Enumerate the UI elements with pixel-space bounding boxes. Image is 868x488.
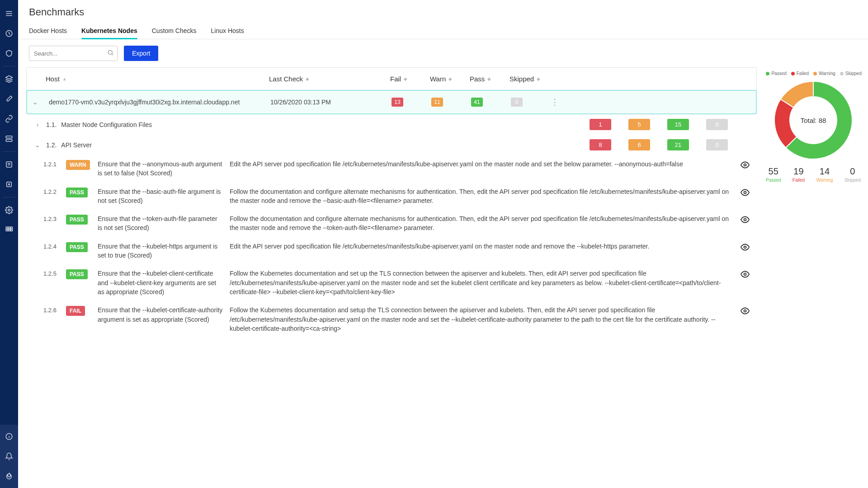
stat-warning: 14 bbox=[816, 166, 833, 177]
gear-icon[interactable] bbox=[0, 200, 18, 220]
eye-icon[interactable] bbox=[741, 242, 753, 253]
svg-marker-4 bbox=[6, 76, 13, 80]
col-last-check[interactable]: Last Check ◆ bbox=[264, 68, 385, 90]
chevron-down-icon[interactable]: ⌄ bbox=[33, 141, 42, 149]
eye-icon[interactable] bbox=[741, 214, 753, 225]
status-badge: PASS bbox=[66, 215, 88, 225]
info-icon[interactable] bbox=[0, 427, 18, 446]
col-host[interactable]: Host ▲ bbox=[27, 68, 264, 90]
svg-rect-16 bbox=[6, 230, 8, 231]
svg-line-23 bbox=[112, 54, 113, 55]
skip-badge: 0 bbox=[511, 98, 523, 107]
svg-point-29 bbox=[744, 310, 746, 312]
group-label: Master Node Configuration Files bbox=[61, 121, 152, 128]
svg-rect-18 bbox=[11, 230, 13, 231]
box-icon[interactable] bbox=[0, 174, 18, 194]
check-row: 1.2.1WARNEnsure that the --anonymous-aut… bbox=[26, 155, 757, 183]
tab-custom-checks[interactable]: Custom Checks bbox=[152, 23, 197, 39]
eye-icon[interactable] bbox=[741, 187, 753, 198]
check-description: Follow the documentation and configure a… bbox=[230, 214, 734, 233]
svg-point-27 bbox=[744, 246, 746, 248]
svg-rect-10 bbox=[7, 182, 12, 187]
check-title: Ensure that the --basic-auth-file argume… bbox=[98, 187, 223, 206]
stat-passed: 55 bbox=[766, 166, 781, 177]
chevron-down-icon[interactable]: ⌄ bbox=[27, 92, 43, 112]
menu-icon[interactable] bbox=[0, 4, 18, 23]
svg-rect-5 bbox=[6, 136, 12, 138]
svg-rect-17 bbox=[9, 230, 10, 231]
svg-point-12 bbox=[8, 209, 10, 211]
legend: Passed Failed Warning Skipped bbox=[765, 71, 862, 76]
check-description: Follow the documentation and configure a… bbox=[230, 187, 734, 206]
check-title: Ensure that the --token-auth-file parame… bbox=[98, 214, 223, 233]
svg-point-22 bbox=[108, 51, 113, 55]
check-row: 1.2.2PASSEnsure that the --basic-auth-fi… bbox=[26, 183, 757, 210]
group-row[interactable]: › 1.1. Master Node Configuration Files 1… bbox=[26, 114, 757, 135]
flame-icon[interactable] bbox=[0, 466, 18, 486]
more-icon[interactable]: ⋮ bbox=[545, 91, 564, 113]
check-description: Edit the API server pod specification fi… bbox=[230, 242, 734, 251]
export-button[interactable]: Export bbox=[124, 46, 158, 61]
svg-point-25 bbox=[744, 191, 746, 193]
check-row: 1.2.3PASSEnsure that the --token-auth-fi… bbox=[26, 210, 757, 237]
svg-rect-14 bbox=[9, 227, 10, 229]
search-input[interactable] bbox=[29, 46, 118, 61]
check-id: 1.2.1 bbox=[43, 160, 60, 168]
svg-point-24 bbox=[744, 164, 746, 166]
status-badge: PASS bbox=[66, 269, 88, 279]
group-id: 1.2. bbox=[46, 141, 57, 149]
link-icon[interactable] bbox=[0, 109, 18, 129]
tab-kubernetes-nodes[interactable]: Kubernetes Nodes bbox=[81, 23, 137, 39]
svg-rect-6 bbox=[6, 140, 12, 142]
server-icon[interactable] bbox=[0, 129, 18, 149]
host-row[interactable]: ⌄ demo1770-vm0.v3u2yrqxlvju3gjffmut30i2x… bbox=[26, 90, 757, 114]
bell-icon[interactable] bbox=[0, 446, 18, 466]
host-name: demo1770-vm0.v3u2yrqxlvju3gjffmut30i2xg.… bbox=[43, 92, 265, 112]
status-badge: WARN bbox=[66, 160, 90, 170]
last-check: 10/26/2020 03:13 PM bbox=[265, 92, 386, 112]
svg-point-11 bbox=[9, 184, 10, 185]
check-row: 1.2.5PASSEnsure that the --kubelet-clien… bbox=[26, 264, 757, 301]
grid-icon[interactable] bbox=[0, 220, 18, 240]
page-title: Benchmarks bbox=[18, 0, 868, 23]
eye-icon[interactable] bbox=[741, 305, 753, 317]
check-id: 1.2.4 bbox=[43, 242, 60, 250]
check-id: 1.2.5 bbox=[43, 269, 60, 277]
check-description: Follow the Kubernetes documentation and … bbox=[230, 305, 734, 333]
edit-icon[interactable] bbox=[0, 89, 18, 109]
check-id: 1.2.2 bbox=[43, 187, 60, 195]
eye-icon[interactable] bbox=[741, 269, 753, 280]
donut-chart: Total: 88 bbox=[773, 80, 854, 161]
group-label: API Server bbox=[61, 141, 92, 149]
donut-total: Total: 88 bbox=[773, 80, 854, 161]
dashboard-icon[interactable] bbox=[0, 23, 18, 43]
tab-linux-hosts[interactable]: Linux Hosts bbox=[211, 23, 244, 39]
svg-rect-15 bbox=[11, 227, 13, 229]
group-row[interactable]: ⌄ 1.2. API Server 8 6 21 0 bbox=[26, 135, 757, 155]
stat-skipped: 0 bbox=[844, 166, 861, 177]
svg-point-26 bbox=[744, 219, 746, 221]
check-title: Ensure that the --anonymous-auth argumen… bbox=[98, 160, 223, 178]
group-id: 1.1. bbox=[46, 121, 57, 128]
chevron-right-icon[interactable]: › bbox=[33, 121, 42, 128]
check-row: 1.2.6FAILEnsure that the --kubelet-certi… bbox=[26, 301, 757, 338]
tabs: Docker Hosts Kubernetes Nodes Custom Che… bbox=[18, 23, 868, 39]
benchmarks-table: Host ▲ Last Check ◆ Fail ◆ Warn ◆ Pass ◆… bbox=[26, 67, 757, 488]
check-id: 1.2.3 bbox=[43, 214, 60, 222]
search-icon[interactable] bbox=[107, 49, 114, 57]
check-id: 1.2.6 bbox=[43, 305, 60, 314]
list-icon[interactable] bbox=[0, 155, 18, 174]
col-fail[interactable]: Fail ◆ bbox=[385, 68, 425, 90]
col-warn[interactable]: Warn ◆ bbox=[425, 68, 464, 90]
stat-failed: 19 bbox=[793, 166, 805, 177]
col-skip[interactable]: Skipped ◆ bbox=[504, 68, 546, 90]
check-description: Edit the API server pod specification fi… bbox=[230, 160, 734, 169]
check-description: Follow the Kubernetes documentation and … bbox=[230, 269, 734, 296]
eye-icon[interactable] bbox=[741, 160, 753, 171]
tab-docker-hosts[interactable]: Docker Hosts bbox=[29, 23, 67, 39]
check-row: 1.2.4PASSEnsure that the --kubelet-https… bbox=[26, 237, 757, 265]
col-pass[interactable]: Pass ◆ bbox=[464, 68, 504, 90]
shield-icon[interactable] bbox=[0, 43, 18, 63]
fail-badge: 13 bbox=[392, 98, 403, 107]
layers-icon[interactable] bbox=[0, 69, 18, 89]
